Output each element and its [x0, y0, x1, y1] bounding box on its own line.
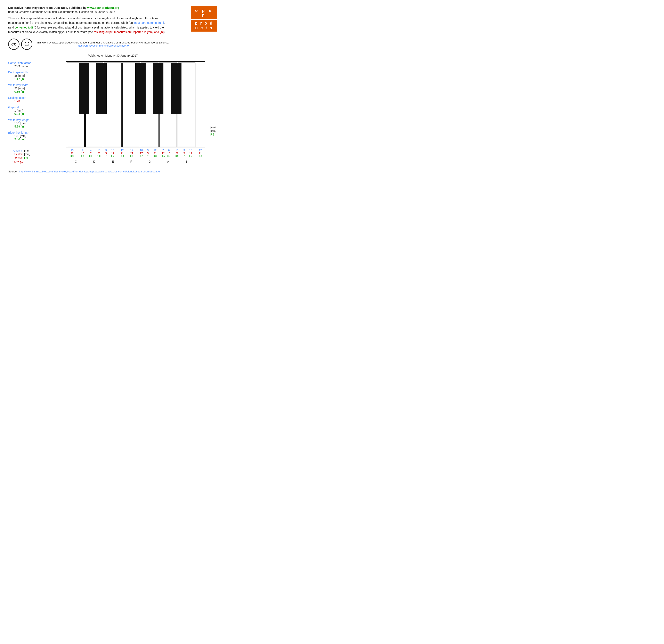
license-description: This work by www.openproducts.org is lic… [37, 41, 169, 44]
note-e: E [104, 160, 122, 163]
output-text: resulting output measures are reported i… [94, 30, 164, 34]
note-g-label: G [148, 160, 151, 163]
note-c-label: C [75, 160, 77, 163]
keyboard-diagram [66, 61, 205, 147]
source-link[interactable]: http://www.instructables.com/id/pianokey… [19, 170, 160, 173]
white-key-length-row: White key length 150 [mm] 5.79 [in] [8, 118, 66, 128]
col-dsharp: 3 5 * [104, 149, 108, 157]
legend-scaled-mm-unit: [mm] [24, 152, 30, 155]
black-key-length-in: 3.86 [in] [8, 138, 25, 141]
col-f-left: 12 21 0.8 [127, 149, 137, 157]
note-f: F [122, 160, 141, 163]
source-label: Source: [8, 170, 17, 173]
data-labels-row: 13 22 0.9 9 16 0.6 4 7 0.3 15 26 1.0 [66, 149, 205, 157]
input-param-text: input parameter in [mm] [134, 21, 164, 24]
unit-labels: [mm] [mm] [in] [210, 126, 216, 136]
white-key-width-row: White key width 22 [mm] 0.85 [in] [8, 83, 66, 93]
page-title: Decorative Piano Keyboard from Duct Tape… [8, 6, 168, 9]
header-text: Decorative Piano Keyboard from Duct Tape… [8, 6, 168, 35]
black-key-length-label: Black key length [8, 131, 29, 134]
legend-original-unit: [mm] [24, 149, 30, 152]
col-bflat: 3 5 * [182, 149, 186, 157]
legend-scaled-mm-label: Scaled [8, 152, 23, 155]
logo-line1: o p e n [192, 8, 216, 18]
col-b-left: 10 17 0.7 [186, 149, 195, 157]
white-key-length-mm: 150 [mm] [8, 122, 26, 125]
conversion-factor-label: Conversion factor [8, 61, 31, 65]
note-g: G [141, 160, 159, 163]
note-b-label: B [186, 160, 188, 163]
logo-box: o p e n p r o d u c t s [191, 6, 217, 32]
license-icons: cc ⓘ [8, 39, 33, 50]
logo-line3: u c t s [192, 26, 216, 30]
unit-mm-original: [mm] [210, 126, 216, 129]
unit-mm-scaled: [mm] [210, 129, 216, 132]
note-f-label: F [130, 160, 132, 163]
unit-in-scaled: [in] [210, 133, 216, 136]
note-e-label: E [112, 160, 114, 163]
svg-rect-9 [136, 63, 146, 114]
white-key-width-mm: 22 [mm] [8, 87, 25, 90]
col-d-right: 10 17 0.7 [108, 149, 117, 157]
legend-original-label: Original [8, 149, 23, 152]
cc-icon: cc [8, 39, 20, 50]
title-text: Decorative Piano Keyboard from Duct Tape… [8, 6, 86, 9]
note-a-label: A [167, 160, 169, 163]
scaling-factor-value: 1.73 [8, 100, 20, 103]
col-csharp: 4 7 0.3 [88, 149, 94, 157]
desc-4: ). [164, 30, 165, 34]
duct-tape-width-row: Duct tape width 38 [mm] 1.47 [in] [8, 71, 66, 81]
params-section: Conversion factor 25.9 [mm/in] Duct tape… [8, 61, 66, 164]
svg-rect-10 [153, 63, 163, 114]
col-f-right: 10 17 0.7 [137, 149, 146, 157]
gap-width-mm: 1 [mm] [8, 109, 23, 112]
black-key-length-mm: 100 [mm] [8, 134, 26, 138]
col-a-left: 13 22 0.9 [172, 149, 182, 157]
svg-rect-7 [79, 63, 89, 114]
scaling-factor-row: Scaling factor 1.73 [8, 96, 66, 103]
duct-tape-in: 1.47 [in] [8, 77, 25, 81]
col-c-right: 9 16 0.6 [78, 149, 88, 157]
legend-note: * 0.20 [in] [8, 161, 66, 164]
legend-section: Original [mm] Scaled [mm] Scaled [in] * … [8, 149, 66, 164]
scaling-factor-label: Scaling factor [8, 96, 26, 100]
note-a: A [159, 160, 178, 163]
converted-text: converted to [in] [15, 26, 35, 29]
svg-rect-8 [96, 63, 107, 114]
title-link[interactable]: www.openproducts.org [87, 6, 119, 9]
source-section: Source: http://www.instructables.com/id/… [8, 170, 217, 173]
subtitle: under a Creative Commons Attribution 4.0… [8, 10, 168, 14]
license-link[interactable]: https://creativecommons.org/licenses/by/… [77, 44, 129, 47]
col-d-left: 15 26 1.0 [94, 149, 104, 157]
black-key-length-row: Black key length 100 [mm] 3.86 [in] [8, 131, 66, 141]
white-key-length-label: White key length [8, 118, 29, 122]
license-section: cc ⓘ This work by www.openproducts.org i… [8, 39, 217, 50]
gap-width-label: Gap width [8, 106, 21, 109]
gap-width-in: 0.04 [in] [8, 112, 25, 116]
gap-width-row: Gap width 1 [mm] 0.04 [in] [8, 106, 66, 116]
col-c-left: 13 22 0.9 [67, 149, 78, 157]
description: This calculation spreadsheet is a tool t… [8, 16, 168, 35]
logo-top: o p e n [191, 6, 217, 19]
duct-tape-label: Duct tape width [8, 71, 28, 74]
col-gsharp: 7 12 0.5 [160, 149, 166, 157]
legend-scaled-mm: Scaled [mm] [8, 152, 66, 155]
white-key-width-label: White key width [8, 83, 28, 87]
logo-line2: p r o d [192, 21, 216, 26]
keyboard-section: 13 22 0.9 9 16 0.6 4 7 0.3 15 26 1.0 [66, 61, 217, 164]
by-icon: ⓘ [21, 39, 33, 50]
note-b: B [178, 160, 196, 163]
note-d-label: D [93, 160, 96, 163]
published-date: Published on Monday 30 January 2017 [8, 54, 217, 57]
conversion-factor-row: Conversion factor 25.9 [mm/in] [8, 61, 66, 68]
legend-scaled-in-label: Scaled [8, 156, 23, 159]
legend-scaled-in: Scaled [in] [8, 156, 66, 159]
col-asharp: 6 10 0.4 [166, 149, 172, 157]
note-d: D [85, 160, 104, 163]
conversion-factor-value: 25.9 [mm/in] [8, 65, 30, 68]
col-e: 12 21 0.8 [118, 149, 127, 157]
white-key-length-in: 5.79 [in] [8, 125, 25, 128]
legend-scaled-in-unit: [in] [24, 156, 28, 159]
col-b-right: 12 21 0.8 [195, 149, 205, 157]
license-text: This work by www.openproducts.org is lic… [37, 41, 169, 47]
